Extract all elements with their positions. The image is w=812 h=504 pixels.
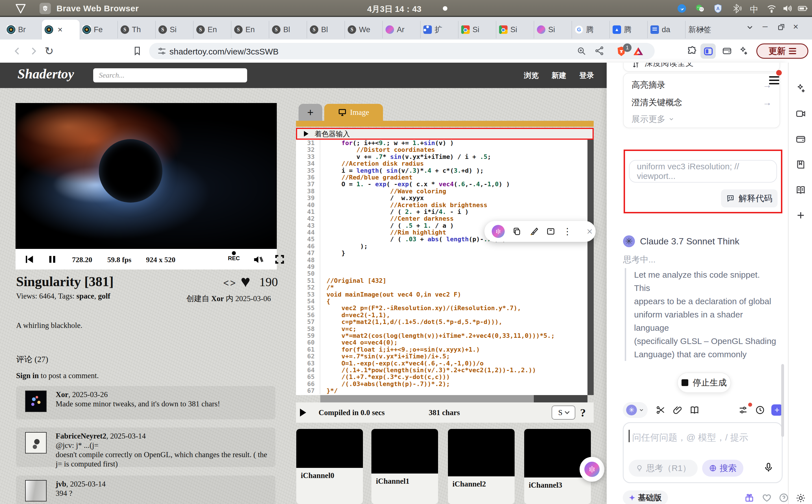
sidebar-toggle-icon[interactable] [703, 46, 714, 57]
update-browser-button[interactable]: 更新 [756, 43, 808, 59]
shadertoy-nav-2[interactable]: 登录 [579, 71, 594, 80]
note-card-icon[interactable] [546, 227, 555, 236]
battery-icon[interactable] [798, 3, 808, 14]
wallet-icon[interactable] [722, 46, 733, 56]
prompt-book-icon[interactable] [690, 405, 700, 415]
author-link[interactable]: Xor [211, 294, 224, 303]
code-editor[interactable]: 31 for(; i++<9.; w += 1.+sin(v) ) 32 //D… [296, 140, 594, 395]
help-circle-icon[interactable] [779, 493, 788, 503]
signin-link[interactable]: Sign in [16, 371, 39, 380]
ai-brain-icon[interactable] [492, 225, 505, 238]
zoom-in-icon[interactable] [576, 46, 587, 56]
browser-tab[interactable]: Fe [80, 21, 117, 38]
shadertoy-nav-0[interactable]: 浏览 [524, 71, 538, 80]
ai-assistant-floating-button[interactable] [579, 457, 604, 482]
forward-button[interactable] [28, 46, 39, 56]
scissors-icon[interactable] [656, 405, 666, 415]
volume-icon[interactable] [782, 3, 792, 14]
browser-tab[interactable]: G 腾 [572, 21, 610, 38]
reload-button[interactable]: ↻ [45, 46, 55, 56]
ichannel-thumbnail[interactable] [448, 429, 515, 476]
shadertoy-logo[interactable]: Shadertoy [17, 66, 74, 82]
language-select[interactable]: S [551, 406, 575, 420]
brave-app-icon[interactable] [40, 3, 51, 14]
compile-play-icon[interactable] [300, 409, 306, 417]
panel-scrollbar[interactable] [781, 364, 784, 437]
video-camera-icon[interactable] [795, 108, 806, 119]
security-shield-icon[interactable]: A [713, 3, 723, 14]
rewind-button[interactable] [24, 254, 35, 265]
avatar[interactable] [25, 432, 47, 453]
comment-author[interactable]: jvb [56, 480, 66, 488]
stop-generating-button[interactable]: 停止生成 [677, 372, 731, 393]
copy-icon[interactable] [512, 227, 522, 236]
active-app-name[interactable]: Brave Web Browser [56, 4, 139, 13]
gift-icon[interactable] [744, 493, 754, 503]
history-clock-icon[interactable] [755, 405, 765, 415]
record-button[interactable]: REC [228, 251, 240, 262]
more-options-icon[interactable]: ⋮ [563, 227, 572, 236]
help-button[interactable]: ? [580, 406, 586, 419]
brave-menu-icon[interactable] [15, 2, 27, 15]
ichannel-slot[interactable]: iChannel0 [296, 429, 363, 504]
settings-gear-icon[interactable] [795, 493, 806, 503]
browser-tab[interactable]: S Th [117, 21, 155, 38]
embed-code-icon[interactable]: <> [223, 277, 237, 289]
ichannel-slot[interactable]: iChannel1 [371, 429, 438, 504]
leo-ai-sparkle-icon[interactable] [738, 46, 749, 56]
shader-preview-canvas[interactable] [16, 103, 277, 249]
attachment-icon[interactable] [673, 405, 683, 415]
browser-tab[interactable]: S Bl [269, 21, 307, 38]
browser-tab[interactable]: 扩 [420, 21, 458, 38]
add-renderpass-tab[interactable]: + [299, 104, 322, 121]
browser-tab[interactable]: Si [496, 21, 534, 38]
wifi-icon[interactable] [767, 3, 777, 14]
wechat-icon[interactable] [695, 3, 705, 14]
close-icon[interactable]: × [586, 225, 592, 238]
bluetooth-icon[interactable] [732, 3, 742, 14]
ime-zh-icon[interactable]: 中 [749, 4, 759, 14]
site-settings-icon[interactable] [157, 46, 168, 57]
favorite-heart-icon[interactable] [762, 493, 772, 503]
settings-sliders-icon[interactable] [738, 405, 748, 415]
comment-author[interactable]: FabriceNeyret2 [56, 432, 106, 440]
ichannel-thumbnail[interactable] [371, 429, 438, 474]
window-restore-button[interactable] [777, 23, 785, 31]
web-search-toggle[interactable]: 搜索 [702, 460, 743, 477]
chat-input[interactable]: 问任何问题，@ 模型，/ 提示 思考（R1） 搜索 [623, 422, 783, 483]
menu-bar-clock[interactable]: 4月3日 14：43 [367, 4, 421, 15]
search-input[interactable] [93, 68, 247, 82]
quick-action-1[interactable]: 澄清关键概念 → [632, 94, 772, 111]
reading-list-icon[interactable] [795, 185, 806, 195]
tag-space[interactable]: space [76, 292, 94, 300]
tag-golf[interactable]: golf [98, 292, 110, 300]
editor-vertical-scrollbar[interactable] [587, 140, 594, 395]
pause-button[interactable] [47, 254, 57, 265]
url-text[interactable]: shadertoy.com/view/3csSWB [169, 47, 279, 56]
highlighter-icon[interactable] [529, 227, 538, 236]
plan-badge[interactable]: ✦基础版 [623, 490, 668, 504]
dingtalk-icon[interactable] [677, 3, 687, 14]
microphone-icon[interactable] [763, 462, 774, 473]
browser-tab[interactable]: da [647, 21, 685, 38]
bookmark-icon[interactable] [132, 46, 143, 56]
browser-tab[interactable]: S En [231, 21, 269, 38]
shadertoy-nav-1[interactable]: 新建 [551, 71, 566, 80]
browser-tab[interactable]: S Bl [307, 21, 345, 38]
add-item-icon[interactable] [795, 210, 806, 221]
browser-tab-active[interactable]: × [42, 20, 80, 40]
ichannel-thumbnail[interactable] [296, 429, 363, 468]
quick-action-0[interactable]: 高亮摘录 → [632, 76, 772, 94]
image-pass-tab[interactable]: Image [324, 104, 383, 121]
browser-tab[interactable]: Br [4, 21, 42, 38]
tab-search-chevron-icon[interactable] [746, 23, 754, 32]
editor-horizontal-scrollbar[interactable] [320, 395, 587, 402]
code-snippet-chip[interactable]: uniform vec3 iResolution; // viewport... [629, 160, 777, 183]
extensions-puzzle-icon[interactable] [686, 46, 697, 56]
new-chat-button[interactable]: + [771, 404, 783, 416]
fullscreen-button[interactable] [274, 254, 285, 265]
back-button[interactable] [12, 46, 23, 56]
scrollbar-thumb[interactable] [534, 395, 587, 402]
browser-tab[interactable]: Ar [382, 21, 420, 38]
wallet-icon[interactable] [795, 134, 806, 144]
